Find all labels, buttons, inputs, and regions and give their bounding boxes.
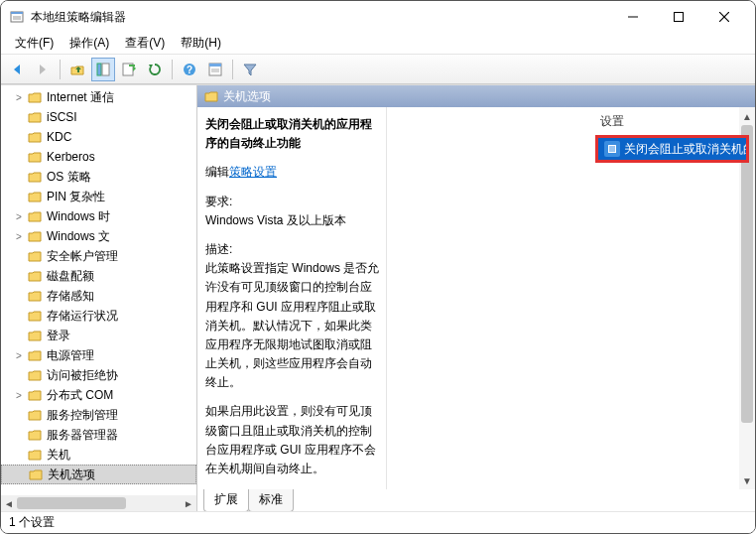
folder-icon: [27, 367, 43, 383]
menu-view[interactable]: 查看(V): [117, 33, 173, 54]
close-icon: [719, 12, 729, 22]
refresh-button[interactable]: [143, 58, 167, 81]
tree-item-label: 关机: [47, 447, 70, 464]
properties-button[interactable]: [203, 58, 227, 81]
filter-button[interactable]: [238, 58, 262, 81]
tree-item-label: 电源管理: [47, 347, 94, 364]
tree-expander-icon[interactable]: >: [13, 231, 25, 242]
tree-item[interactable]: >登录: [1, 326, 196, 345]
content-split: >Internet 通信>iSCSI>KDC>Kerberos>OS 策略>PI…: [1, 84, 755, 511]
settings-column-header[interactable]: 设置: [600, 113, 624, 130]
menu-help[interactable]: 帮助(H): [173, 33, 229, 54]
tree-item[interactable]: >Windows 文: [1, 226, 196, 246]
folder-up-icon: [69, 62, 85, 77]
tree-item-label: Kerberos: [47, 150, 95, 164]
right-pane: 关机选项 关闭会阻止或取消关机的应用程序的自动终止功能 编辑策略设置 要求: W…: [197, 85, 755, 511]
tree-item[interactable]: >OS 策略: [1, 167, 196, 187]
tab-standard[interactable]: 标准: [248, 489, 294, 511]
folder-icon: [27, 169, 43, 185]
tree-item[interactable]: >访问被拒绝协: [1, 365, 196, 385]
panel-toggle-icon: [95, 62, 111, 77]
folder-icon: [27, 129, 43, 145]
show-tree-button[interactable]: [91, 58, 115, 81]
tree-item[interactable]: >分布式 COM: [1, 385, 196, 405]
tree-item[interactable]: >存储运行状况: [1, 306, 196, 326]
tree-item[interactable]: >关机: [1, 445, 196, 465]
policy-item-icon: [604, 141, 620, 157]
tree-expander-icon[interactable]: >: [13, 211, 25, 222]
folder-icon: [27, 387, 43, 403]
folder-icon: [27, 89, 43, 105]
scroll-right-icon[interactable]: ►: [181, 495, 196, 511]
svg-rect-5: [675, 13, 684, 22]
svg-rect-1: [11, 12, 23, 14]
tree-item[interactable]: >电源管理: [1, 345, 196, 365]
tree-item-label: Windows 时: [47, 208, 110, 225]
minimize-icon: [628, 12, 638, 22]
tree-item[interactable]: >PIN 复杂性: [1, 187, 196, 206]
folder-icon: [27, 328, 43, 343]
help-button[interactable]: ?: [178, 58, 201, 81]
arrow-left-icon: [9, 62, 25, 77]
scroll-left-icon[interactable]: ◄: [1, 495, 17, 511]
tab-extended[interactable]: 扩展: [203, 489, 249, 511]
tree-item[interactable]: >服务控制管理: [1, 405, 196, 425]
menu-file[interactable]: 文件(F): [7, 33, 62, 54]
close-button[interactable]: [701, 1, 747, 33]
tree-expander-icon[interactable]: >: [13, 92, 25, 103]
folder-icon: [27, 228, 43, 244]
tree-item-label: PIN 复杂性: [47, 189, 105, 205]
folder-icon: [27, 347, 43, 363]
tree-item[interactable]: >服务器管理器: [1, 425, 196, 445]
tree-expander-icon[interactable]: >: [13, 390, 25, 401]
refresh-icon: [147, 62, 163, 77]
tree-item[interactable]: >关机选项: [1, 465, 196, 484]
minimize-button[interactable]: [610, 1, 656, 33]
scroll-thumb[interactable]: [741, 125, 753, 423]
vertical-scrollbar[interactable]: ▲ ▼: [739, 107, 755, 489]
up-level-button[interactable]: [65, 58, 89, 81]
setting-row[interactable]: 关闭会阻止或取消关机的应用程序的自动终止功能: [598, 138, 746, 160]
tree-item[interactable]: >磁盘配额: [1, 266, 196, 286]
setting-row-label: 关闭会阻止或取消关机的应用程序的自动终止功能: [624, 141, 746, 158]
tree-item[interactable]: >iSCSI: [1, 107, 196, 127]
edit-policy-link[interactable]: 策略设置: [229, 165, 277, 179]
tree-item[interactable]: >KDC: [1, 127, 196, 147]
export-list-icon: [121, 62, 137, 77]
status-text: 1 个设置: [9, 514, 55, 531]
svg-rect-14: [209, 64, 221, 67]
description-block: 描述: 此策略设置指定 Windows 是否允许没有可见顶级窗口的控制台应用程序…: [205, 240, 380, 393]
tree-item[interactable]: >Windows 时: [1, 206, 196, 226]
tree-item[interactable]: >安全帐户管理: [1, 246, 196, 266]
tree-pane: >Internet 通信>iSCSI>KDC>Kerberos>OS 策略>PI…: [1, 85, 197, 511]
svg-rect-8: [97, 64, 101, 75]
tree-item[interactable]: >Kerberos: [1, 147, 196, 167]
folder-icon: [27, 447, 43, 463]
nav-forward-button[interactable]: [31, 58, 55, 81]
description-label: 描述:: [205, 240, 380, 259]
menu-action[interactable]: 操作(A): [62, 33, 117, 54]
nav-back-button[interactable]: [5, 58, 29, 81]
scroll-up-icon[interactable]: ▲: [739, 107, 755, 125]
scroll-down-icon[interactable]: ▼: [739, 471, 755, 489]
toolbar: ?: [1, 55, 755, 84]
tree-list[interactable]: >Internet 通信>iSCSI>KDC>Kerberos>OS 策略>PI…: [1, 87, 196, 484]
tree-expander-icon[interactable]: >: [13, 350, 25, 361]
funnel-icon: [242, 62, 258, 77]
requirements-label: 要求:: [205, 193, 380, 211]
pane-header: 关机选项: [197, 85, 755, 107]
svg-text:?: ?: [187, 65, 192, 75]
maximize-button[interactable]: [656, 1, 701, 33]
folder-icon: [27, 407, 43, 423]
pane-header-title: 关机选项: [223, 88, 271, 105]
tree-item[interactable]: >Internet 通信: [1, 87, 196, 107]
tree-item-label: 磁盘配额: [47, 268, 94, 285]
tree-item[interactable]: >存储感知: [1, 286, 196, 306]
window-controls: [610, 1, 747, 33]
tree-horizontal-scrollbar[interactable]: ◄ ►: [1, 495, 196, 511]
tree-item-label: 存储感知: [47, 288, 94, 305]
requirements-value: Windows Vista 及以上版本: [205, 211, 380, 230]
export-button[interactable]: [117, 58, 141, 81]
edit-prefix: 编辑: [205, 165, 229, 179]
scroll-thumb[interactable]: [17, 497, 126, 509]
